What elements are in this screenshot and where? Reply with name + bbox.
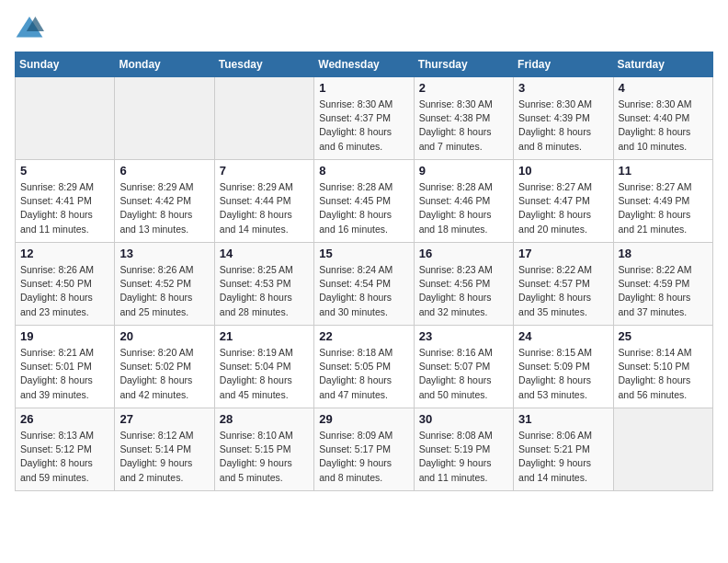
calendar-cell: 28Sunrise: 8:10 AM Sunset: 5:15 PM Dayli… [214,408,313,491]
day-detail: Sunrise: 8:15 AM Sunset: 5:09 PM Dayligh… [518,346,608,402]
day-number: 4 [619,81,708,95]
calendar-cell: 8Sunrise: 8:28 AM Sunset: 4:45 PM Daylig… [314,160,414,243]
day-detail: Sunrise: 8:22 AM Sunset: 4:59 PM Dayligh… [619,263,708,319]
calendar-cell: 12Sunrise: 8:26 AM Sunset: 4:50 PM Dayli… [16,243,115,326]
calendar-cell [16,77,115,160]
calendar-cell: 13Sunrise: 8:26 AM Sunset: 4:52 PM Dayli… [115,243,214,326]
calendar-cell: 14Sunrise: 8:25 AM Sunset: 4:53 PM Dayli… [214,243,313,326]
weekday-header-saturday: Saturday [613,52,712,77]
day-detail: Sunrise: 8:22 AM Sunset: 4:57 PM Dayligh… [518,263,608,319]
weekday-header-monday: Monday [115,52,214,77]
day-number: 31 [518,412,608,426]
day-number: 14 [220,247,309,260]
weekday-header-tuesday: Tuesday [214,52,313,77]
day-number: 3 [518,81,608,95]
day-number: 22 [319,329,408,343]
page-header [15,15,713,40]
calendar-cell: 3Sunrise: 8:30 AM Sunset: 4:39 PM Daylig… [514,77,613,160]
day-number: 7 [220,164,309,178]
calendar-cell: 4Sunrise: 8:30 AM Sunset: 4:40 PM Daylig… [613,77,712,160]
calendar-cell [115,77,214,160]
day-number: 27 [119,412,209,426]
day-detail: Sunrise: 8:29 AM Sunset: 4:41 PM Dayligh… [20,180,109,236]
calendar-cell [214,77,313,160]
day-number: 19 [20,329,109,343]
day-detail: Sunrise: 8:20 AM Sunset: 5:02 PM Dayligh… [119,346,209,402]
day-detail: Sunrise: 8:21 AM Sunset: 5:01 PM Dayligh… [20,346,109,402]
day-number: 16 [419,247,508,260]
calendar-cell: 7Sunrise: 8:29 AM Sunset: 4:44 PM Daylig… [214,160,313,243]
calendar-cell: 29Sunrise: 8:09 AM Sunset: 5:17 PM Dayli… [314,408,414,491]
day-number: 28 [220,412,309,426]
day-detail: Sunrise: 8:30 AM Sunset: 4:39 PM Dayligh… [518,98,608,154]
day-number: 13 [119,247,209,260]
day-number: 30 [419,412,508,426]
calendar-cell: 16Sunrise: 8:23 AM Sunset: 4:56 PM Dayli… [414,243,513,326]
weekday-header-sunday: Sunday [16,52,115,77]
calendar-cell: 10Sunrise: 8:27 AM Sunset: 4:47 PM Dayli… [514,160,613,243]
day-detail: Sunrise: 8:27 AM Sunset: 4:47 PM Dayligh… [518,180,608,236]
day-number: 2 [419,81,508,95]
calendar-cell [613,408,712,491]
day-number: 5 [20,164,109,178]
weekday-header-wednesday: Wednesday [314,52,414,77]
calendar-cell: 21Sunrise: 8:19 AM Sunset: 5:04 PM Dayli… [214,326,313,408]
day-detail: Sunrise: 8:08 AM Sunset: 5:19 PM Dayligh… [419,429,508,485]
calendar-cell: 11Sunrise: 8:27 AM Sunset: 4:49 PM Dayli… [613,160,712,243]
calendar-cell: 30Sunrise: 8:08 AM Sunset: 5:19 PM Dayli… [414,408,513,491]
calendar-cell: 24Sunrise: 8:15 AM Sunset: 5:09 PM Dayli… [514,326,613,408]
day-number: 26 [20,412,109,426]
day-number: 11 [619,164,708,178]
day-number: 10 [518,164,608,178]
day-detail: Sunrise: 8:23 AM Sunset: 4:56 PM Dayligh… [419,263,508,319]
day-detail: Sunrise: 8:30 AM Sunset: 4:40 PM Dayligh… [619,98,708,154]
day-number: 21 [220,329,309,343]
day-number: 6 [119,164,209,178]
day-detail: Sunrise: 8:25 AM Sunset: 4:53 PM Dayligh… [220,263,309,319]
day-detail: Sunrise: 8:26 AM Sunset: 4:50 PM Dayligh… [20,263,109,319]
calendar: SundayMondayTuesdayWednesdayThursdayFrid… [15,52,713,491]
day-detail: Sunrise: 8:30 AM Sunset: 4:38 PM Dayligh… [419,98,508,154]
day-number: 9 [419,164,508,178]
day-number: 17 [518,247,608,260]
day-detail: Sunrise: 8:09 AM Sunset: 5:17 PM Dayligh… [319,429,408,485]
calendar-cell: 17Sunrise: 8:22 AM Sunset: 4:57 PM Dayli… [514,243,613,326]
day-number: 8 [319,164,408,178]
day-detail: Sunrise: 8:16 AM Sunset: 5:07 PM Dayligh… [419,346,508,402]
weekday-header-thursday: Thursday [414,52,513,77]
calendar-cell: 19Sunrise: 8:21 AM Sunset: 5:01 PM Dayli… [16,326,115,408]
calendar-cell: 15Sunrise: 8:24 AM Sunset: 4:54 PM Dayli… [314,243,414,326]
day-detail: Sunrise: 8:29 AM Sunset: 4:42 PM Dayligh… [119,180,209,236]
day-number: 18 [619,247,708,260]
day-number: 23 [419,329,508,343]
day-detail: Sunrise: 8:14 AM Sunset: 5:10 PM Dayligh… [619,346,708,402]
day-number: 24 [518,329,608,343]
day-number: 20 [119,329,209,343]
calendar-cell: 18Sunrise: 8:22 AM Sunset: 4:59 PM Dayli… [613,243,712,326]
day-detail: Sunrise: 8:29 AM Sunset: 4:44 PM Dayligh… [220,180,309,236]
calendar-cell: 5Sunrise: 8:29 AM Sunset: 4:41 PM Daylig… [16,160,115,243]
calendar-cell: 25Sunrise: 8:14 AM Sunset: 5:10 PM Dayli… [613,326,712,408]
logo [15,15,48,40]
calendar-cell: 22Sunrise: 8:18 AM Sunset: 5:05 PM Dayli… [314,326,414,408]
calendar-cell: 31Sunrise: 8:06 AM Sunset: 5:21 PM Dayli… [514,408,613,491]
day-detail: Sunrise: 8:26 AM Sunset: 4:52 PM Dayligh… [119,263,209,319]
day-number: 29 [319,412,408,426]
day-detail: Sunrise: 8:13 AM Sunset: 5:12 PM Dayligh… [20,429,109,485]
calendar-cell: 9Sunrise: 8:28 AM Sunset: 4:46 PM Daylig… [414,160,513,243]
day-detail: Sunrise: 8:28 AM Sunset: 4:45 PM Dayligh… [319,180,408,236]
day-number: 12 [20,247,109,260]
day-detail: Sunrise: 8:28 AM Sunset: 4:46 PM Dayligh… [419,180,508,236]
calendar-cell: 2Sunrise: 8:30 AM Sunset: 4:38 PM Daylig… [414,77,513,160]
calendar-cell: 20Sunrise: 8:20 AM Sunset: 5:02 PM Dayli… [115,326,214,408]
day-number: 25 [619,329,708,343]
calendar-cell: 27Sunrise: 8:12 AM Sunset: 5:14 PM Dayli… [115,408,214,491]
day-number: 15 [319,247,408,260]
day-detail: Sunrise: 8:18 AM Sunset: 5:05 PM Dayligh… [319,346,408,402]
day-detail: Sunrise: 8:30 AM Sunset: 4:37 PM Dayligh… [319,98,408,154]
calendar-cell: 6Sunrise: 8:29 AM Sunset: 4:42 PM Daylig… [115,160,214,243]
calendar-cell: 23Sunrise: 8:16 AM Sunset: 5:07 PM Dayli… [414,326,513,408]
day-detail: Sunrise: 8:06 AM Sunset: 5:21 PM Dayligh… [518,429,608,485]
day-detail: Sunrise: 8:27 AM Sunset: 4:49 PM Dayligh… [619,180,708,236]
day-detail: Sunrise: 8:24 AM Sunset: 4:54 PM Dayligh… [319,263,408,319]
